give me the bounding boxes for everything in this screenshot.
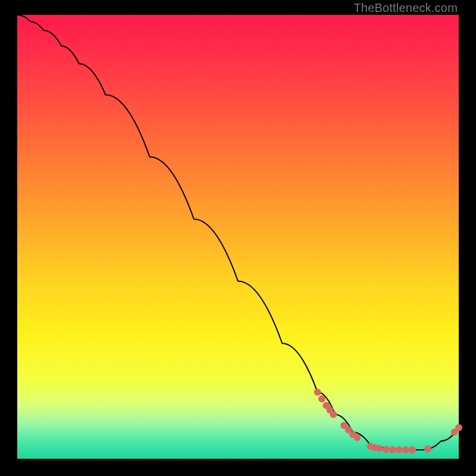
datapoint-dots <box>314 389 462 453</box>
datapoint-dot <box>424 446 431 453</box>
watermark-text: TheBottleneck.com <box>353 1 458 15</box>
datapoint-dot <box>330 411 337 418</box>
datapoint-dot <box>455 424 462 431</box>
plot-overlay <box>17 15 459 459</box>
figure-root: TheBottleneck.com <box>0 0 476 476</box>
datapoint-dot <box>375 445 383 452</box>
datapoint-dot <box>314 389 321 396</box>
datapoint-dot <box>383 446 390 453</box>
datapoint-dot <box>318 395 325 402</box>
datapoint-dot <box>396 446 403 453</box>
datapoint-dot <box>402 446 409 453</box>
datapoint-dot <box>409 446 416 453</box>
datapoint-dot <box>389 446 396 453</box>
bottleneck-curve <box>17 15 459 450</box>
datapoint-dot <box>353 434 361 441</box>
